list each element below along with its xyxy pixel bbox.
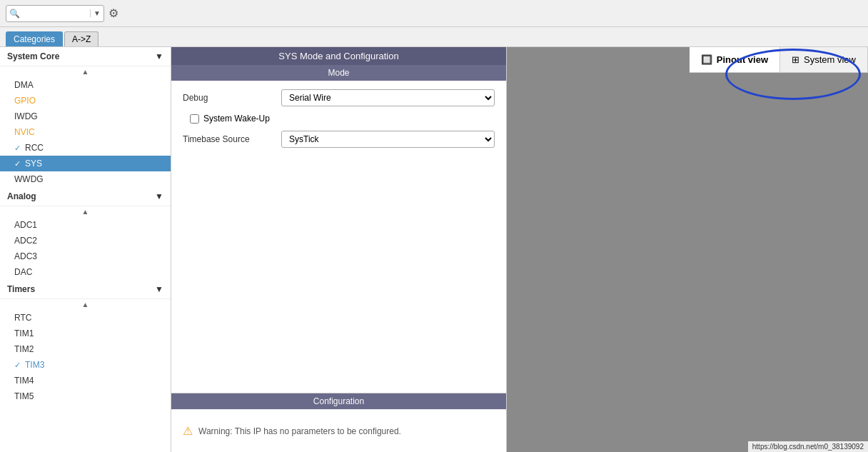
- configuration-header: Configuration: [171, 393, 506, 409]
- system-core-chevron: ▼: [155, 51, 163, 61]
- debug-select[interactable]: Serial Wire JTAG (4 pins) JTAG (5 pins) …: [281, 89, 495, 106]
- sidebar-item-tim1[interactable]: TIM1: [0, 326, 171, 341]
- search-dropdown-arrow[interactable]: ▼: [90, 9, 101, 17]
- chip-area: GPIO_Output PE0 PB9 PB8 BOOT0 PB7 PB6 PB…: [507, 73, 868, 452]
- sidebar-item-adc3[interactable]: ADC3: [0, 248, 171, 264]
- sidebar-item-nvic[interactable]: NVIC: [0, 124, 171, 140]
- timebase-label: Timebase Source: [183, 134, 276, 144]
- config-title: SYS Mode and Configuration: [171, 47, 506, 65]
- warning-text: Warning: This IP has no parameters to be…: [198, 426, 401, 436]
- system-core-label: System Core: [7, 51, 59, 61]
- view-tabs: 🔲 Pinout view ⊞ System view: [690, 47, 868, 73]
- debug-label: Debug: [183, 93, 276, 103]
- adc2-label: ADC2: [14, 236, 37, 246]
- tim3-label: TIM3: [25, 360, 44, 370]
- timers-label: Timers: [7, 284, 35, 294]
- category-tabs: Categories A->Z: [0, 27, 868, 47]
- sidebar-item-adc1[interactable]: ADC1: [0, 217, 171, 233]
- analog-chevron: ▼: [155, 191, 163, 201]
- system-wakeup-checkbox[interactable]: [190, 114, 199, 124]
- configuration-section: Configuration ⚠ Warning: This IP has no …: [171, 393, 506, 452]
- gpio-label: GPIO: [14, 96, 36, 106]
- tab-pinout-view[interactable]: 🔲 Pinout view: [690, 47, 780, 72]
- sidebar-item-gpio[interactable]: GPIO: [0, 93, 171, 109]
- timebase-row: Timebase Source SysTick TIM1 TIM2 TIM3: [183, 131, 495, 148]
- mode-content: Debug Serial Wire JTAG (4 pins) JTAG (5 …: [171, 81, 506, 393]
- search-box[interactable]: 🔍 ▼: [6, 5, 104, 22]
- tim4-label: TIM4: [14, 376, 34, 386]
- search-input[interactable]: [23, 9, 87, 19]
- sidebar: System Core ▼ ▲ DMA GPIO IWDG NVIC ✓ RCC…: [0, 47, 171, 452]
- system-view-label: System view: [804, 54, 856, 65]
- pinout-area: 🔲 Pinout view ⊞ System view GPIO_Output …: [507, 47, 868, 452]
- tim3-checkmark: ✓: [14, 361, 21, 370]
- search-icon: 🔍: [9, 9, 20, 19]
- top-toolbar: 🔍 ▼ ⚙: [0, 0, 868, 27]
- rcc-label: RCC: [25, 143, 44, 153]
- sidebar-item-tim5[interactable]: TIM5: [0, 388, 171, 404]
- system-wakeup-label: System Wake-Up: [203, 114, 270, 124]
- sidebar-item-tim2[interactable]: TIM2: [0, 341, 171, 357]
- dac-label: DAC: [14, 267, 32, 277]
- sidebar-item-dac[interactable]: DAC: [0, 264, 171, 280]
- analog-label: Analog: [7, 191, 36, 201]
- wwdg-label: WWDG: [14, 174, 44, 184]
- tab-categories[interactable]: Categories: [6, 31, 63, 46]
- sys-checkmark: ✓: [14, 159, 21, 169]
- sidebar-item-rtc[interactable]: RTC: [0, 310, 171, 326]
- sidebar-section-system-core[interactable]: System Core ▼: [0, 47, 171, 66]
- pinout-view-label: Pinout view: [717, 54, 768, 65]
- sidebar-item-adc2[interactable]: ADC2: [0, 233, 171, 248]
- tim1-label: TIM1: [14, 328, 34, 338]
- dma-label: DMA: [14, 80, 34, 90]
- warning-icon: ⚠: [183, 424, 193, 438]
- debug-row: Debug Serial Wire JTAG (4 pins) JTAG (5 …: [183, 89, 495, 106]
- sidebar-item-wwdg[interactable]: WWDG: [0, 171, 171, 187]
- sidebar-item-sys[interactable]: ✓ SYS: [0, 156, 171, 171]
- iwdg-label: IWDG: [14, 111, 38, 121]
- scroll-up-system[interactable]: ▲: [0, 66, 171, 77]
- tim5-label: TIM5: [14, 391, 34, 401]
- timebase-select[interactable]: SysTick TIM1 TIM2 TIM3: [281, 131, 495, 148]
- sidebar-section-timers[interactable]: Timers ▼: [0, 280, 171, 299]
- sidebar-item-iwdg[interactable]: IWDG: [0, 109, 171, 124]
- sidebar-item-tim3[interactable]: ✓ TIM3: [0, 357, 171, 373]
- sidebar-section-analog[interactable]: Analog ▼: [0, 187, 171, 206]
- sys-label: SYS: [25, 159, 42, 169]
- sidebar-item-dma[interactable]: DMA: [0, 77, 171, 93]
- config-panel: SYS Mode and Configuration Mode Debug Se…: [171, 47, 507, 452]
- tim2-label: TIM2: [14, 344, 34, 354]
- scroll-up-timers[interactable]: ▲: [0, 299, 171, 310]
- main-layout: System Core ▼ ▲ DMA GPIO IWDG NVIC ✓ RCC…: [0, 47, 868, 452]
- scroll-up-analog[interactable]: ▲: [0, 206, 171, 217]
- mode-section-header: Mode: [171, 65, 506, 81]
- nvic-label: NVIC: [14, 127, 35, 137]
- rcc-checkmark: ✓: [14, 144, 21, 153]
- url-bar: https://blog.csdn.net/m0_38139092: [748, 441, 868, 452]
- adc3-label: ADC3: [14, 251, 37, 261]
- settings-button[interactable]: ⚙: [108, 6, 118, 20]
- system-wakeup-row: System Wake-Up: [183, 114, 495, 124]
- tab-system-view[interactable]: ⊞ System view: [780, 47, 868, 72]
- tab-az[interactable]: A->Z: [64, 31, 99, 46]
- system-view-icon: ⊞: [792, 54, 799, 65]
- timers-chevron: ▼: [155, 284, 163, 294]
- warning-section: ⚠ Warning: This IP has no parameters to …: [171, 409, 506, 452]
- warning-box: ⚠ Warning: This IP has no parameters to …: [183, 424, 495, 438]
- pinout-view-icon: 🔲: [701, 54, 712, 65]
- adc1-label: ADC1: [14, 220, 37, 230]
- rtc-label: RTC: [14, 313, 31, 323]
- sidebar-item-tim4[interactable]: TIM4: [0, 373, 171, 388]
- sidebar-item-rcc[interactable]: ✓ RCC: [0, 140, 171, 156]
